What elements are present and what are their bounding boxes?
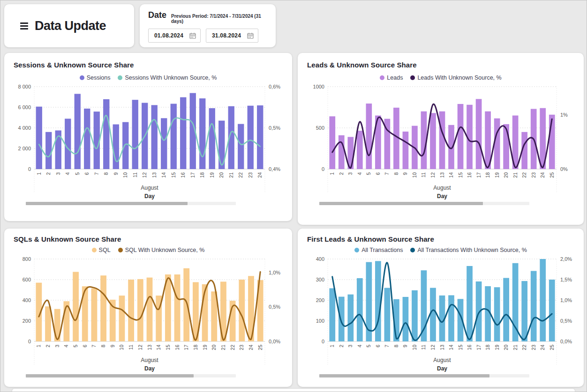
svg-text:17: 17 bbox=[190, 172, 196, 178]
scrollbar-thumb[interactable] bbox=[319, 202, 483, 205]
svg-text:600: 600 bbox=[23, 277, 31, 282]
svg-text:17: 17 bbox=[476, 345, 482, 350]
svg-text:15: 15 bbox=[171, 172, 176, 178]
sqls-chart-canvas[interactable]: 02004006008000,0%0,5%1,0%123456789101112… bbox=[10, 254, 286, 372]
chart-scrollbar[interactable] bbox=[26, 374, 236, 377]
svg-text:2 000: 2 000 bbox=[18, 146, 31, 151]
series-color-dot bbox=[410, 75, 415, 80]
svg-text:16: 16 bbox=[174, 345, 180, 350]
svg-text:22: 22 bbox=[230, 345, 235, 350]
svg-text:3: 3 bbox=[347, 345, 353, 348]
chart-scrollbar[interactable] bbox=[319, 374, 529, 377]
legend-label: SQL With Unknown Source, % bbox=[125, 247, 205, 253]
svg-text:1: 1 bbox=[36, 345, 41, 348]
scrollbar-thumb[interactable] bbox=[319, 374, 489, 377]
svg-text:3: 3 bbox=[55, 172, 61, 175]
svg-text:4: 4 bbox=[357, 172, 362, 175]
svg-text:0,6%: 0,6% bbox=[269, 84, 280, 89]
first-leads-chart-canvas[interactable]: 01002003004000,0%0,5%1,0%1,5%2,0%1234567… bbox=[303, 254, 578, 372]
svg-text:0,5%: 0,5% bbox=[560, 318, 572, 324]
previous-period-label: Previous Period: 7/1/2024 - 7/31/2024 (3… bbox=[171, 14, 267, 24]
svg-text:11: 11 bbox=[421, 345, 426, 350]
svg-text:11: 11 bbox=[132, 172, 138, 178]
svg-text:500: 500 bbox=[316, 125, 324, 131]
svg-text:21: 21 bbox=[228, 172, 234, 178]
svg-text:August: August bbox=[433, 357, 451, 363]
start-date-input[interactable]: 01.08.2024 bbox=[148, 29, 201, 43]
calendar-icon[interactable] bbox=[189, 32, 196, 39]
chart-legend: SQL SQL With Unknown Source, % bbox=[4, 247, 292, 253]
first-leads-chart-card: First Leads & Unknown Source Share All T… bbox=[298, 229, 584, 387]
chart-title: Leads & Unknown Source Share bbox=[307, 61, 574, 69]
svg-text:19: 19 bbox=[494, 172, 500, 178]
legend-item-sql[interactable]: SQL bbox=[92, 247, 111, 253]
legend-label: Leads bbox=[387, 74, 403, 81]
legend-item-leads[interactable]: Leads bbox=[380, 74, 403, 81]
svg-text:4 000: 4 000 bbox=[18, 125, 31, 131]
svg-text:23: 23 bbox=[531, 345, 536, 350]
svg-text:0: 0 bbox=[28, 339, 31, 344]
svg-text:2,0%: 2,0% bbox=[560, 256, 572, 262]
svg-text:August: August bbox=[433, 185, 451, 191]
svg-text:5: 5 bbox=[73, 345, 78, 348]
svg-text:14: 14 bbox=[448, 172, 454, 178]
leads-chart-canvas[interactable]: 050010000%1%1234567891011121314151617181… bbox=[303, 82, 578, 200]
legend-item-sessions-unknown-pct[interactable]: Sessions With Unknown Source, % bbox=[118, 74, 217, 81]
chart-title: SQLs & Unknown Source Share bbox=[14, 235, 283, 243]
scrollbar-thumb[interactable] bbox=[26, 374, 194, 377]
svg-text:5: 5 bbox=[366, 345, 371, 348]
svg-text:20: 20 bbox=[218, 172, 224, 178]
scrollbar-thumb[interactable] bbox=[26, 202, 188, 205]
legend-item-sql-unknown-pct[interactable]: SQL With Unknown Source, % bbox=[118, 247, 205, 253]
legend-item-all-transactions[interactable]: All Transactions bbox=[354, 247, 403, 253]
svg-text:1: 1 bbox=[329, 345, 335, 348]
svg-text:19: 19 bbox=[202, 345, 208, 350]
chart-scrollbar[interactable] bbox=[26, 202, 236, 205]
svg-text:9: 9 bbox=[402, 172, 408, 175]
svg-text:13: 13 bbox=[439, 172, 445, 178]
svg-text:24: 24 bbox=[540, 172, 545, 178]
svg-text:Day: Day bbox=[144, 365, 155, 372]
svg-text:13: 13 bbox=[439, 345, 445, 350]
svg-text:9: 9 bbox=[402, 345, 408, 348]
hamburger-menu-icon[interactable] bbox=[20, 22, 28, 30]
svg-text:15: 15 bbox=[165, 345, 171, 350]
svg-text:25: 25 bbox=[549, 345, 555, 350]
svg-text:16: 16 bbox=[467, 172, 472, 178]
svg-text:11: 11 bbox=[128, 345, 134, 350]
svg-text:20: 20 bbox=[211, 345, 217, 350]
series-color-dot bbox=[80, 75, 84, 80]
svg-text:Day: Day bbox=[437, 193, 447, 200]
svg-text:21: 21 bbox=[220, 345, 226, 350]
svg-text:16: 16 bbox=[467, 345, 472, 350]
chart-scrollbar[interactable] bbox=[319, 202, 529, 205]
svg-text:7: 7 bbox=[384, 172, 390, 175]
legend-item-sessions[interactable]: Sessions bbox=[80, 74, 111, 81]
svg-text:6: 6 bbox=[375, 172, 381, 175]
legend-item-leads-unknown-pct[interactable]: Leads With Unknown Source, % bbox=[410, 74, 501, 81]
svg-text:4: 4 bbox=[63, 345, 69, 348]
svg-text:23: 23 bbox=[239, 345, 244, 350]
svg-text:23: 23 bbox=[248, 172, 253, 178]
chart-title: First Leads & Unknown Source Share bbox=[307, 235, 574, 243]
svg-text:4: 4 bbox=[357, 345, 362, 348]
svg-text:800: 800 bbox=[23, 256, 31, 262]
chart-legend: Leads Leads With Unknown Source, % bbox=[298, 74, 584, 81]
sessions-chart-canvas[interactable]: 02 0004 0006 0008 0000,4%0,5%0,6%1234567… bbox=[10, 82, 286, 200]
svg-text:25: 25 bbox=[257, 345, 263, 350]
svg-text:0: 0 bbox=[322, 339, 324, 344]
svg-text:12: 12 bbox=[430, 345, 436, 350]
series-color-dot bbox=[354, 248, 359, 252]
end-date-input[interactable]: 31.08.2024 bbox=[206, 29, 258, 43]
svg-text:100: 100 bbox=[316, 318, 324, 324]
svg-text:12: 12 bbox=[137, 345, 143, 350]
calendar-icon[interactable] bbox=[247, 32, 254, 39]
legend-item-all-transactions-unknown-pct[interactable]: All Transactions With Unknown Source, % bbox=[410, 247, 527, 253]
svg-text:24: 24 bbox=[257, 172, 263, 178]
svg-text:10: 10 bbox=[412, 172, 417, 178]
series-color-dot bbox=[380, 75, 384, 80]
svg-text:14: 14 bbox=[448, 345, 454, 350]
svg-text:23: 23 bbox=[531, 172, 536, 178]
svg-text:14: 14 bbox=[161, 172, 166, 178]
svg-text:0,5%: 0,5% bbox=[269, 304, 280, 310]
